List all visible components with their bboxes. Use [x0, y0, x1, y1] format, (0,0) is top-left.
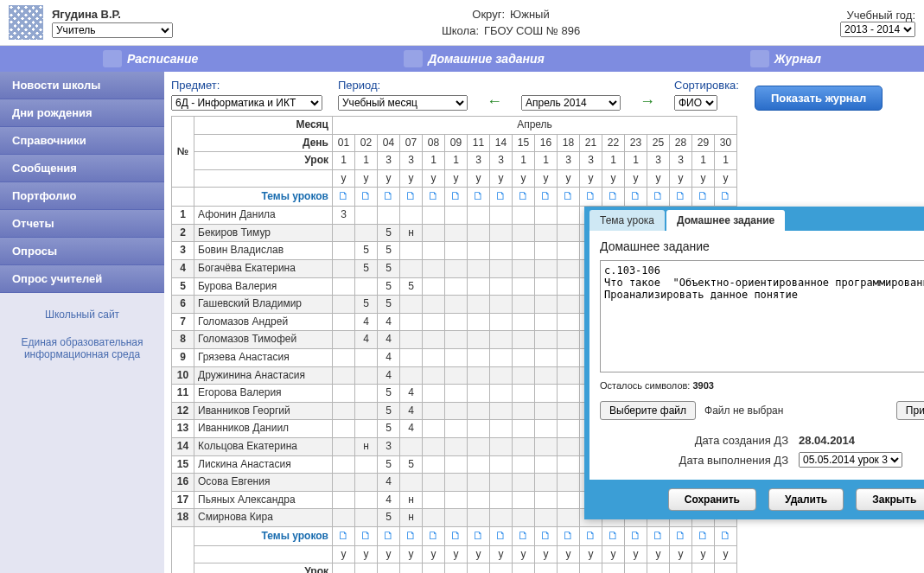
mark-cell[interactable]	[535, 313, 558, 331]
delete-button[interactable]: Удалить	[768, 488, 844, 511]
doc-icon[interactable]: 🗋	[675, 189, 686, 202]
mark-cell[interactable]: 5	[378, 242, 400, 260]
mark-cell[interactable]	[558, 509, 580, 527]
mark-cell[interactable]: 5	[378, 296, 400, 314]
mark-cell[interactable]	[468, 366, 490, 385]
mark-cell[interactable]	[490, 260, 513, 278]
mark-cell[interactable]	[445, 277, 468, 296]
mark-cell[interactable]: н	[400, 509, 423, 527]
mark-cell[interactable]	[400, 313, 423, 331]
sidebar-item-2[interactable]: Справочники	[0, 127, 164, 155]
mark-cell[interactable]: 5	[400, 277, 423, 296]
mark-cell[interactable]	[333, 313, 355, 331]
mark-cell[interactable]	[558, 207, 580, 225]
mark-cell[interactable]	[400, 474, 423, 492]
mark-cell[interactable]	[355, 420, 378, 438]
mark-cell[interactable]	[535, 420, 558, 438]
doc-icon[interactable]: 🗋	[698, 529, 709, 542]
mark-cell[interactable]	[468, 277, 490, 296]
doc-icon[interactable]: 🗋	[450, 529, 462, 542]
mark-cell[interactable]	[535, 437, 558, 455]
mark-cell[interactable]	[423, 366, 445, 385]
mark-cell[interactable]	[535, 349, 558, 367]
mark-cell[interactable]	[423, 313, 445, 331]
mark-cell[interactable]	[400, 242, 423, 260]
mark-cell[interactable]	[468, 224, 490, 242]
close-button[interactable]: Закрыть	[856, 488, 924, 511]
mark-cell[interactable]	[468, 242, 490, 260]
mark-cell[interactable]: 5	[378, 385, 400, 403]
mark-cell[interactable]	[558, 437, 580, 455]
mark-cell[interactable]	[535, 366, 558, 385]
doc-icon[interactable]: 🗋	[360, 529, 372, 542]
doc-icon[interactable]: 🗋	[698, 189, 709, 202]
mark-cell[interactable]	[490, 509, 513, 527]
mark-cell[interactable]	[490, 207, 513, 225]
mark-cell[interactable]	[355, 366, 378, 385]
sidebar-item-7[interactable]: Опрос учителей	[0, 265, 164, 293]
mark-cell[interactable]	[558, 331, 580, 349]
mark-cell[interactable]	[333, 474, 355, 492]
mark-cell[interactable]	[333, 296, 355, 314]
mark-cell[interactable]	[400, 349, 423, 367]
sidebar-link-edu-env[interactable]: Единая образовательная информационная ср…	[0, 336, 164, 360]
mark-cell[interactable]	[423, 224, 445, 242]
doc-icon[interactable]: 🗋	[608, 529, 619, 542]
mark-cell[interactable]: 5	[378, 277, 400, 296]
mark-cell[interactable]: 4	[378, 331, 400, 349]
mark-cell[interactable]	[468, 296, 490, 314]
mark-cell[interactable]	[468, 474, 490, 492]
due-date-select[interactable]: 05.05.2014 урок 3	[799, 452, 902, 468]
mark-cell[interactable]	[445, 491, 468, 509]
mark-cell[interactable]: 5	[378, 260, 400, 278]
mark-cell[interactable]	[333, 385, 355, 403]
doc-icon[interactable]: 🗋	[675, 529, 686, 542]
mark-cell[interactable]	[558, 224, 580, 242]
mark-cell[interactable]: 5	[378, 224, 400, 242]
sidebar-item-0[interactable]: Новости школы	[0, 72, 164, 99]
save-button[interactable]: Сохранить	[668, 488, 756, 511]
doc-icon[interactable]: 🗋	[563, 529, 574, 542]
homework-textarea[interactable]	[600, 260, 924, 372]
mark-cell[interactable]: 4	[378, 313, 400, 331]
mark-cell[interactable]	[423, 207, 445, 225]
mark-cell[interactable]	[445, 331, 468, 349]
mark-cell[interactable]	[445, 437, 468, 455]
mark-cell[interactable]	[423, 455, 445, 474]
mark-cell[interactable]	[445, 260, 468, 278]
lessons-link[interactable]: Темы уроков	[262, 530, 328, 542]
mark-cell[interactable]	[558, 402, 580, 420]
mark-cell[interactable]	[490, 402, 513, 420]
doc-icon[interactable]: 🗋	[473, 189, 484, 202]
doc-icon[interactable]: 🗋	[518, 189, 529, 202]
mark-cell[interactable]: 3	[333, 207, 355, 225]
mark-cell[interactable]	[490, 296, 513, 314]
mark-cell[interactable]	[378, 207, 400, 225]
sidebar-link-school-site[interactable]: Школьный сайт	[0, 309, 164, 321]
mark-cell[interactable]	[513, 491, 535, 509]
doc-icon[interactable]: 🗋	[720, 189, 731, 202]
mark-cell[interactable]	[468, 207, 490, 225]
mark-cell[interactable]	[490, 385, 513, 403]
mark-cell[interactable]	[445, 242, 468, 260]
mark-cell[interactable]	[490, 491, 513, 509]
mark-cell[interactable]	[558, 242, 580, 260]
mark-cell[interactable]	[423, 437, 445, 455]
mark-cell[interactable]	[468, 491, 490, 509]
mark-cell[interactable]: 4	[400, 420, 423, 438]
sidebar-item-3[interactable]: Сообщения	[0, 155, 164, 182]
doc-icon[interactable]: 🗋	[540, 529, 551, 542]
nav-schedule[interactable]: Расписание	[103, 50, 198, 67]
mark-cell[interactable]	[423, 509, 445, 527]
mark-cell[interactable]	[355, 207, 378, 225]
mark-cell[interactable]: 4	[378, 366, 400, 385]
mark-cell[interactable]	[513, 331, 535, 349]
mark-cell[interactable]	[490, 455, 513, 474]
mark-cell[interactable]	[558, 491, 580, 509]
mark-cell[interactable]	[558, 277, 580, 296]
mark-cell[interactable]	[513, 385, 535, 403]
tab-homework[interactable]: Домашнее задание	[666, 210, 785, 231]
doc-icon[interactable]: 🗋	[653, 189, 664, 202]
mark-cell[interactable]	[535, 385, 558, 403]
doc-icon[interactable]: 🗋	[338, 529, 349, 542]
